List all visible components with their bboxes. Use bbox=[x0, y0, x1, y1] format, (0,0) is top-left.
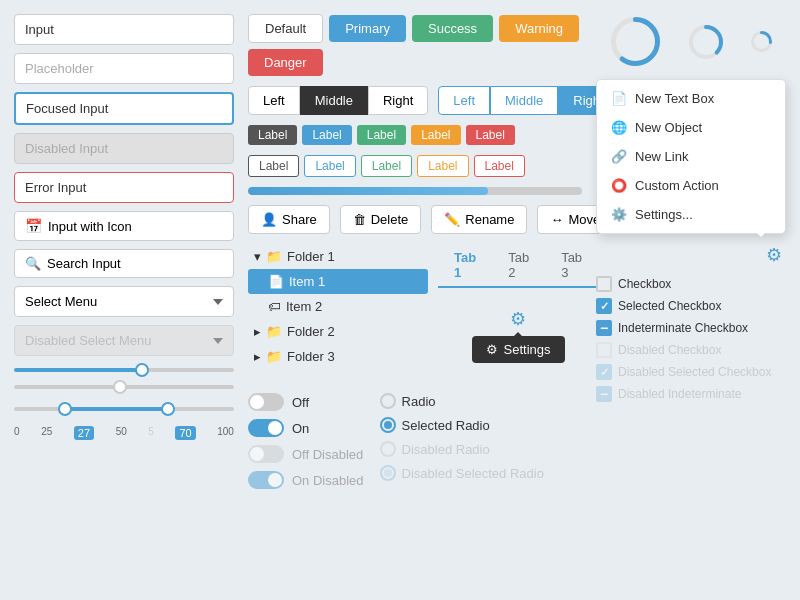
text-input[interactable] bbox=[14, 14, 234, 45]
menu-item-new-text-box[interactable]: 📄 New Text Box bbox=[597, 84, 785, 113]
settings-tooltip-icon: ⚙ bbox=[486, 342, 498, 357]
slider-badge-left: 27 bbox=[74, 426, 94, 440]
menu-item-settings[interactable]: ⚙️ Settings... bbox=[597, 200, 785, 229]
rename-label: Rename bbox=[465, 212, 514, 227]
checkbox-indeterminate[interactable]: − Indeterminate Checkbox bbox=[596, 320, 786, 336]
slider-2[interactable] bbox=[14, 385, 234, 389]
slider-v3: 5 bbox=[148, 426, 154, 440]
default-button[interactable]: Default bbox=[248, 14, 323, 43]
toggle-off-disabled: Off Disabled bbox=[248, 445, 364, 463]
move-icon: ↔️ bbox=[550, 212, 563, 227]
label-dark: Label bbox=[248, 125, 297, 145]
search-input-field[interactable] bbox=[47, 256, 223, 271]
switch-off-track[interactable] bbox=[248, 393, 284, 411]
settings-tooltip-text: Settings bbox=[504, 342, 551, 357]
cb-indeterminate-label: Indeterminate Checkbox bbox=[618, 321, 748, 335]
tree-item-1[interactable]: 📄 Item 1 bbox=[248, 269, 428, 294]
cb-checked-box: ✓ bbox=[596, 298, 612, 314]
toggle-off[interactable]: Off bbox=[248, 393, 364, 411]
radio-dot bbox=[384, 421, 392, 429]
toggle-left-1[interactable]: Left bbox=[248, 86, 300, 115]
success-button[interactable]: Success bbox=[412, 15, 493, 42]
menu-item-new-text-box-label: New Text Box bbox=[635, 91, 714, 106]
tree-folder-1[interactable]: ▾ 📁 Folder 1 bbox=[248, 244, 428, 269]
cb-disabled-label: Disabled Checkbox bbox=[618, 343, 721, 357]
radio-disabled-selected-dot bbox=[384, 469, 392, 477]
folder-icon-2: 📁 bbox=[266, 324, 282, 339]
radio-unchecked[interactable]: Radio bbox=[380, 393, 544, 409]
settings-gear-icon: ⚙ bbox=[510, 308, 526, 330]
menu-item-new-object-label: New Object bbox=[635, 120, 702, 135]
slider-1[interactable] bbox=[14, 368, 234, 372]
toggle-group-2: Left Middle Right bbox=[438, 86, 618, 115]
settings-tooltip: ⚙ Settings bbox=[472, 336, 565, 363]
delete-button[interactable]: 🗑 Delete bbox=[340, 205, 422, 234]
bottom-row: Off On Off Disabled bbox=[248, 393, 582, 489]
tree-panel: ▾ 📁 Folder 1 📄 Item 1 🏷 Item 2 ▸ 📁 Folde… bbox=[248, 244, 428, 383]
toolbar: 👤 Share 🗑 Delete ✏️ Rename ↔️ Move bbox=[248, 205, 582, 234]
label-green: Label bbox=[357, 125, 406, 145]
tree-folder-2[interactable]: ▸ 📁 Folder 2 bbox=[248, 319, 428, 344]
menu-item-custom-action[interactable]: ⭕ Custom Action bbox=[597, 171, 785, 200]
switch-on-knob bbox=[268, 421, 282, 435]
tree-item-1-label: Item 1 bbox=[289, 274, 325, 289]
label-outline-orange: Label bbox=[417, 155, 468, 177]
toggle-left-2[interactable]: Left bbox=[438, 86, 490, 115]
switch-off-disabled-track bbox=[248, 445, 284, 463]
danger-button[interactable]: Danger bbox=[248, 49, 323, 76]
label-outline-blue: Label bbox=[304, 155, 355, 177]
icon-input-field[interactable] bbox=[48, 219, 223, 234]
warning-button[interactable]: Warning bbox=[499, 15, 579, 42]
menu-item-new-object[interactable]: 🌐 New Object bbox=[597, 113, 785, 142]
switch-on-disabled-knob bbox=[268, 473, 282, 487]
toggle-right-1[interactable]: Right bbox=[368, 86, 428, 115]
tabs-panel: Tab 1 Tab 2 Tab 3 ⚙ ⚙ Settings bbox=[438, 244, 598, 383]
radio-disabled-selected: Disabled Selected Radio bbox=[380, 465, 544, 481]
toggle-middle-1[interactable]: Middle bbox=[300, 86, 368, 115]
disabled-select-menu: Disabled Select Menu bbox=[14, 325, 234, 356]
cb-disabled-indeterminate-label: Disabled Indeterminate bbox=[618, 387, 741, 401]
tree-item-2[interactable]: 🏷 Item 2 bbox=[248, 294, 428, 319]
radio-disabled-selected-circle bbox=[380, 465, 396, 481]
checkbox-disabled-indeterminate: − Disabled Indeterminate bbox=[596, 386, 786, 402]
checkbox-checked[interactable]: ✓ Selected Checkbox bbox=[596, 298, 786, 314]
radio-column: Radio Selected Radio Disabled Radio bbox=[380, 393, 544, 481]
tab-3[interactable]: Tab 3 bbox=[545, 244, 598, 286]
label-blue: Label bbox=[302, 125, 351, 145]
checkbox-unchecked[interactable]: Checkbox bbox=[596, 276, 786, 292]
cb-minus-mark: − bbox=[600, 321, 608, 335]
gear-icon-blue[interactable]: ⚙ bbox=[766, 244, 782, 266]
switch-off-disabled-knob bbox=[250, 447, 264, 461]
radio-selected[interactable]: Selected Radio bbox=[380, 417, 544, 433]
tab-1[interactable]: Tab 1 bbox=[438, 244, 492, 288]
middle-column: Default Primary Success Warning Danger L… bbox=[248, 14, 582, 586]
checkbox-disabled: Disabled Checkbox bbox=[596, 342, 786, 358]
label-outline-dark: Label bbox=[248, 155, 299, 177]
slider-range[interactable] bbox=[14, 407, 234, 411]
primary-button[interactable]: Primary bbox=[329, 15, 406, 42]
error-input[interactable] bbox=[14, 172, 234, 203]
share-button[interactable]: 👤 Share bbox=[248, 205, 330, 234]
label-outline-green: Label bbox=[361, 155, 412, 177]
focused-input[interactable] bbox=[14, 92, 234, 125]
progress-fill bbox=[248, 187, 488, 195]
tree-folder-3[interactable]: ▸ 📁 Folder 3 bbox=[248, 344, 428, 369]
radio-disabled-label: Disabled Radio bbox=[402, 442, 490, 457]
toggle-on[interactable]: On bbox=[248, 419, 364, 437]
slider-labels: 0 25 27 50 5 70 100 bbox=[14, 426, 234, 440]
switch-on-track[interactable] bbox=[248, 419, 284, 437]
search-input-container: 🔍 bbox=[14, 249, 234, 278]
select-menu[interactable]: Select Menu Option 1 Option 2 bbox=[14, 286, 234, 317]
cb-disabled-check-mark: ✓ bbox=[600, 366, 609, 379]
new-link-icon: 🔗 bbox=[611, 149, 627, 164]
placeholder-input[interactable] bbox=[14, 53, 234, 84]
share-label: Share bbox=[282, 212, 317, 227]
menu-item-new-link[interactable]: 🔗 New Link bbox=[597, 142, 785, 171]
tab-2[interactable]: Tab 2 bbox=[492, 244, 545, 286]
toggle-middle-2[interactable]: Middle bbox=[490, 86, 558, 115]
radio-selected-label: Selected Radio bbox=[402, 418, 490, 433]
tree-folder-2-label: Folder 2 bbox=[287, 324, 335, 339]
rename-button[interactable]: ✏️ Rename bbox=[431, 205, 527, 234]
slider-v2: 50 bbox=[116, 426, 127, 440]
folder-icon-3: 📁 bbox=[266, 349, 282, 364]
